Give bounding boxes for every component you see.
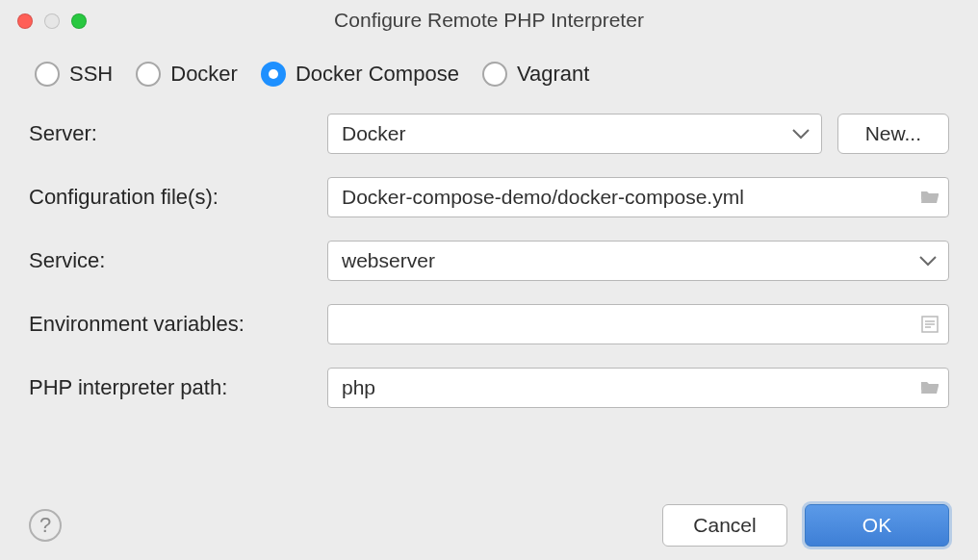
radio-circle-selected-icon: [261, 62, 286, 87]
config-files-label: Configuration file(s):: [29, 185, 327, 210]
env-vars-input[interactable]: [342, 305, 906, 344]
traffic-lights: [17, 13, 87, 29]
php-path-row: PHP interpreter path:: [29, 368, 949, 408]
window-minimize-button[interactable]: [44, 13, 60, 29]
radio-option-ssh[interactable]: SSH: [35, 62, 113, 87]
radio-label: Docker Compose: [296, 62, 459, 87]
env-vars-row: Environment variables:: [29, 304, 949, 344]
radio-label: SSH: [69, 62, 113, 87]
folder-open-icon[interactable]: [919, 377, 940, 398]
list-edit-icon[interactable]: [919, 314, 940, 335]
php-path-input[interactable]: [342, 369, 906, 407]
help-button[interactable]: ?: [29, 509, 62, 542]
env-vars-label: Environment variables:: [29, 312, 327, 337]
radio-option-docker[interactable]: Docker: [136, 62, 238, 87]
chevron-down-icon: [919, 255, 937, 267]
radio-circle-icon: [136, 62, 161, 87]
radio-label: Docker: [170, 62, 238, 87]
service-row: Service: webserver: [29, 241, 949, 281]
folder-open-icon[interactable]: [919, 187, 940, 208]
radio-dot-icon: [269, 69, 278, 79]
radio-circle-icon: [35, 62, 60, 87]
service-select[interactable]: webserver: [327, 241, 949, 281]
radio-option-vagrant[interactable]: Vagrant: [482, 62, 589, 87]
server-select[interactable]: Docker: [327, 114, 822, 154]
config-files-input[interactable]: [342, 178, 906, 216]
question-mark-icon: ?: [39, 513, 51, 538]
window-close-button[interactable]: [17, 13, 33, 29]
service-label: Service:: [29, 248, 327, 273]
php-path-field[interactable]: [327, 368, 949, 408]
config-files-row: Configuration file(s):: [29, 177, 949, 217]
radio-circle-icon: [482, 62, 507, 87]
new-server-button[interactable]: New...: [837, 114, 949, 154]
server-label: Server:: [29, 121, 327, 146]
window-title: Configure Remote PHP Interpreter: [13, 9, 965, 32]
titlebar: Configure Remote PHP Interpreter: [0, 0, 978, 40]
chevron-down-icon: [792, 128, 810, 140]
cancel-button[interactable]: Cancel: [662, 504, 787, 547]
dialog-footer: ? Cancel OK: [29, 489, 949, 547]
server-select-value: Docker: [342, 122, 406, 145]
config-files-field[interactable]: [327, 177, 949, 217]
ok-button[interactable]: OK: [805, 504, 949, 547]
window-maximize-button[interactable]: [71, 13, 87, 29]
env-vars-field[interactable]: [327, 304, 949, 344]
dialog-content: SSH Docker Docker Compose Vagrant Server…: [0, 40, 978, 560]
service-select-value: webserver: [342, 249, 435, 272]
php-path-label: PHP interpreter path:: [29, 375, 327, 400]
radio-label: Vagrant: [517, 62, 589, 87]
dialog-window: Configure Remote PHP Interpreter SSH Doc…: [0, 0, 978, 560]
radio-option-docker-compose[interactable]: Docker Compose: [261, 62, 459, 87]
server-row: Server: Docker New...: [29, 114, 949, 154]
connection-type-radio-group: SSH Docker Docker Compose Vagrant: [35, 62, 949, 87]
